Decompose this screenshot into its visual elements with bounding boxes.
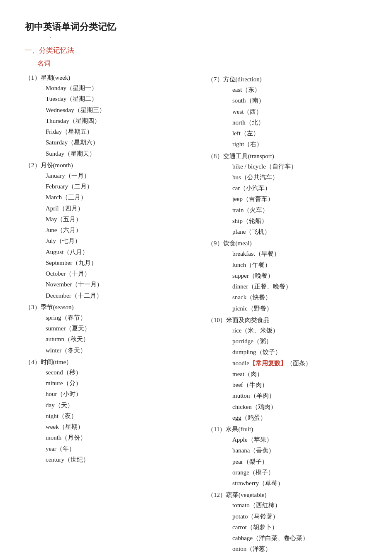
list-item: December（十二月）: [46, 290, 207, 301]
category-transport-title: （8）交通工具(transport): [207, 152, 371, 160]
category-fruit-title: （11）水果(fruit): [207, 425, 371, 433]
list-item: strawberry（草莓）: [232, 478, 371, 489]
category-vegetable-title: （12）蔬菜(vegetable): [207, 491, 371, 499]
list-item: month（月份）: [46, 432, 207, 443]
list-item: egg（鸡蛋）: [232, 412, 371, 423]
season-list: spring（春节） summer（夏天） autumn（秋天） winter（…: [46, 312, 207, 356]
list-item: chicken（鸡肉）: [232, 401, 371, 412]
list-item: ship（轮船）: [232, 215, 371, 226]
list-item: Thursday（星期四）: [46, 115, 207, 126]
list-item: Sunday（星期天）: [46, 148, 207, 159]
vegetable-list: tomato（西红柿） potato（马铃薯） carrot（胡萝卜） cabb…: [232, 500, 371, 554]
list-item: orange（橙子）: [232, 467, 371, 478]
left-column: （1）星期(week) Monday（星期一） Tuesday（星期二） Wed…: [25, 74, 207, 467]
category-rice-meat-title: （10）米面及肉类食品: [207, 316, 371, 324]
time-list: second（秒） minute（分） hour（小时） day（天） nigh…: [46, 367, 207, 465]
section-heading: 一、分类记忆法: [25, 46, 371, 55]
list-item: dumpling（饺子）: [232, 347, 371, 357]
category-vegetable: （12）蔬菜(vegetable) tomato（西红柿） potato（马铃薯…: [207, 491, 371, 554]
direction-list: east（东） south（南） west（西） north（北） left（左…: [232, 84, 371, 150]
rice-meat-list: rice（米、米饭） porridge（粥） dumpling（饺子） nood…: [232, 325, 371, 423]
list-item: day（天）: [46, 400, 207, 411]
list-item: Tuesday（星期二）: [46, 93, 207, 104]
list-item: July（七月）: [46, 235, 207, 246]
list-item: carrot（胡萝卜）: [232, 522, 371, 533]
list-item: potato（马铃薯）: [232, 511, 371, 522]
list-item: March（三月）: [46, 192, 207, 203]
list-item: Friday（星期五）: [46, 126, 207, 137]
list-item: west（西）: [232, 106, 371, 117]
list-item: mutton（羊肉）: [232, 390, 371, 401]
category-time-title: （4）时间(time）: [25, 358, 207, 366]
nouns-label: 名词: [37, 59, 371, 68]
category-meal-title: （9）饮食(meal): [207, 240, 371, 247]
list-item: second（秒）: [46, 367, 207, 378]
list-item: jeep（吉普车）: [232, 193, 371, 204]
list-item: century（世纪）: [46, 454, 207, 465]
category-week: （1）星期(week) Monday（星期一） Tuesday（星期二） Wed…: [25, 74, 207, 159]
category-season: （3）季节(season) spring（春节） summer（夏天） autu…: [25, 303, 207, 356]
list-item: train（火车）: [232, 205, 371, 215]
list-item: onion（洋葱）: [232, 543, 371, 554]
list-item: rice（米、米饭）: [232, 325, 371, 336]
category-transport: （8）交通工具(transport) bike / bicycle（自行车） b…: [207, 152, 371, 237]
list-item: north（北）: [232, 117, 371, 128]
list-item: hour（小时）: [46, 389, 207, 399]
category-time: （4）时间(time） second（秒） minute（分） hour（小时）…: [25, 358, 207, 465]
list-item: night（夜）: [46, 411, 207, 421]
list-item: summer（夏天）: [46, 323, 207, 334]
list-item: April（四月）: [46, 203, 207, 214]
category-month-title: （2）月份(month): [25, 161, 207, 169]
category-meal: （9）饮食(meal) breakfast（早餐） lunch（午餐） supp…: [207, 240, 371, 314]
list-item: noodle【常用复数】（面条）: [232, 358, 371, 369]
list-item: cabbage（洋白菜、卷心菜）: [232, 533, 371, 543]
list-item: October（十月）: [46, 268, 207, 279]
list-item: left（左）: [232, 128, 371, 139]
list-item: Wednesday（星期三）: [46, 105, 207, 115]
list-item: November（十一月）: [46, 279, 207, 290]
list-item: supper（晚餐）: [232, 270, 371, 281]
meal-list: breakfast（早餐） lunch（午餐） supper（晚餐） dinne…: [232, 248, 371, 314]
list-item: picnic（野餐）: [232, 303, 371, 314]
list-item: meat（肉）: [232, 369, 371, 379]
fruit-list: Apple（苹果） banana（香蕉） pear（梨子） orange（橙子）…: [232, 434, 371, 489]
list-item: week（星期）: [46, 421, 207, 432]
list-item: Monday（星期一）: [46, 83, 207, 93]
list-item: dinner（正餐、晚餐）: [232, 281, 371, 292]
list-item: autumn（秋天）: [46, 334, 207, 345]
list-item: porridge（粥）: [232, 336, 371, 347]
two-column-layout: （1）星期(week) Monday（星期一） Tuesday（星期二） Wed…: [25, 74, 371, 555]
category-season-title: （3）季节(season): [25, 303, 207, 311]
category-fruit: （11）水果(fruit) Apple（苹果） banana（香蕉） pear（…: [207, 425, 371, 489]
list-item: breakfast（早餐）: [232, 248, 371, 259]
list-item: September（九月）: [46, 257, 207, 268]
list-item: August（八月）: [46, 247, 207, 257]
list-item: January（一月）: [46, 170, 207, 181]
list-item: Saturday（星期六）: [46, 137, 207, 148]
category-direction-title: （7）方位(direction): [207, 76, 371, 83]
category-week-title: （1）星期(week): [25, 74, 207, 82]
list-item: pear（梨子）: [232, 456, 371, 467]
list-item: car（小汽车）: [232, 183, 371, 193]
list-item: right（右）: [232, 139, 371, 149]
month-list: January（一月） February（二月） March（三月） April…: [46, 170, 207, 301]
category-direction: （7）方位(direction) east（东） south（南） west（西…: [207, 76, 371, 150]
page-dot: .: [50, 33, 51, 39]
list-item: bus（公共汽车）: [232, 172, 371, 183]
transport-list: bike / bicycle（自行车） bus（公共汽车） car（小汽车） j…: [232, 161, 371, 237]
page-title: 初中英语单词分类记忆: [25, 21, 371, 33]
category-month: （2）月份(month) January（一月） February（二月） Ma…: [25, 161, 207, 301]
list-item: lunch（午餐）: [232, 259, 371, 270]
list-item: February（二月）: [46, 181, 207, 192]
list-item: snack（快餐）: [232, 292, 371, 303]
week-list: Monday（星期一） Tuesday（星期二） Wednesday（星期三） …: [46, 83, 207, 159]
list-item: east（东）: [232, 84, 371, 95]
list-item: spring（春节）: [46, 312, 207, 323]
list-item: June（六月）: [46, 225, 207, 235]
right-column: （7）方位(direction) east（东） south（南） west（西…: [207, 74, 371, 555]
list-item: winter（冬天）: [46, 345, 207, 356]
list-item: south（南）: [232, 95, 371, 106]
list-item: minute（分）: [46, 378, 207, 389]
list-item: year（年）: [46, 443, 207, 454]
list-item: Apple（苹果）: [232, 434, 371, 445]
